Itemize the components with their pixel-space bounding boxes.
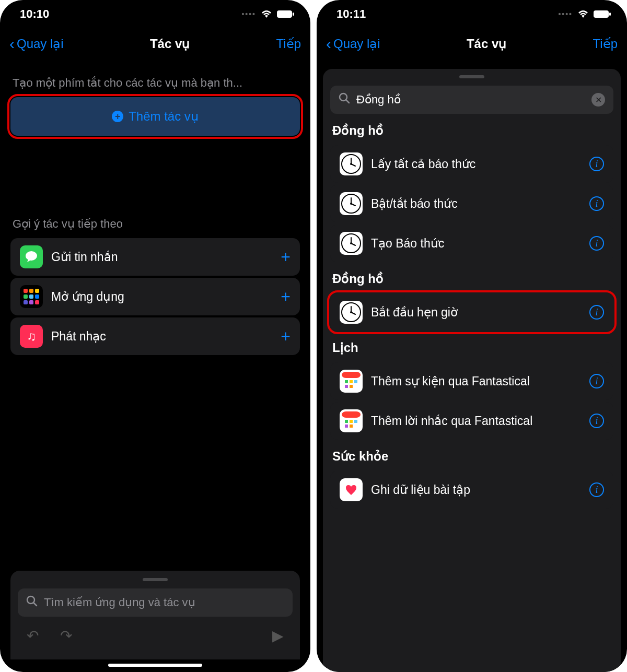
wifi-icon: [260, 9, 273, 19]
back-button[interactable]: ‹ Quay lại: [9, 36, 64, 52]
suggestions-header: Gợi ý tác vụ tiếp theo: [13, 217, 298, 231]
info-icon[interactable]: i: [589, 305, 604, 320]
info-icon[interactable]: i: [589, 374, 604, 388]
info-icon[interactable]: i: [589, 414, 604, 428]
hint-text: Tạo một phím tắt cho các tác vụ mà bạn t…: [13, 76, 298, 90]
content-area: Đồng hồ ✕ Đồng hồ Lấy tất cả báo thức i: [317, 60, 627, 672]
suggestion-row[interactable]: Mở ứng dụng +: [10, 278, 300, 315]
clock-icon: [340, 232, 363, 255]
info-icon[interactable]: i: [589, 482, 604, 497]
svg-rect-30: [345, 385, 348, 388]
svg-rect-28: [350, 380, 353, 383]
back-label: Quay lại: [17, 37, 64, 51]
search-panel: Đồng hồ ✕ Đồng hồ Lấy tất cả báo thức i: [323, 69, 621, 672]
svg-rect-38: [350, 425, 353, 428]
svg-line-8: [346, 100, 349, 103]
search-input[interactable]: Đồng hồ ✕: [330, 86, 613, 114]
next-button[interactable]: Tiếp: [593, 37, 618, 51]
svg-line-4: [33, 603, 37, 606]
undo-icon[interactable]: ↶: [21, 627, 44, 644]
next-button[interactable]: Tiếp: [276, 37, 301, 51]
health-icon: [340, 478, 363, 501]
svg-rect-27: [345, 380, 348, 383]
grabber-icon[interactable]: [143, 578, 168, 581]
fantastical-icon: [340, 409, 363, 432]
clock-icon: [340, 192, 363, 215]
section-header: Đồng hồ: [332, 272, 611, 286]
add-task-button[interactable]: + Thêm tác vụ: [10, 97, 300, 136]
status-bar: 10:10 ••••: [0, 0, 310, 28]
section-header: Đồng hồ: [332, 123, 611, 138]
svg-rect-35: [350, 420, 353, 423]
svg-rect-37: [345, 425, 348, 428]
action-row[interactable]: Ghi dữ liệu bài tập i: [330, 471, 613, 509]
action-row-start-timer[interactable]: Bắt đầu hẹn giờ i: [330, 293, 613, 331]
svg-rect-26: [342, 372, 361, 378]
action-label: Bật/tắt báo thức: [371, 197, 581, 211]
search-placeholder: Tìm kiếm ứng dụng và tác vụ: [44, 596, 284, 609]
suggestion-label: Mở ứng dụng: [51, 290, 272, 304]
suggestion-row[interactable]: Gửi tin nhắn +: [10, 238, 300, 276]
messages-icon: [20, 245, 43, 268]
svg-rect-36: [354, 420, 357, 423]
back-label: Quay lại: [333, 37, 380, 51]
add-icon[interactable]: +: [281, 287, 291, 306]
action-list: Bắt đầu hẹn giờ i: [330, 293, 613, 331]
svg-rect-33: [342, 411, 361, 418]
action-row[interactable]: Lấy tất cả báo thức i: [330, 145, 613, 183]
status-time: 10:11: [336, 7, 366, 21]
search-input[interactable]: Tìm kiếm ứng dụng và tác vụ: [18, 588, 293, 617]
info-icon[interactable]: i: [589, 196, 604, 211]
action-row[interactable]: Tạo Báo thức i: [330, 225, 613, 262]
action-list: Ghi dữ liệu bài tập i: [330, 471, 613, 509]
action-label: Tạo Báo thức: [371, 237, 581, 251]
music-icon: ♫: [20, 325, 43, 348]
action-label: Lấy tất cả báo thức: [371, 157, 581, 171]
info-icon[interactable]: i: [589, 157, 604, 171]
section-header: Sức khỏe: [332, 449, 611, 464]
action-list: Lấy tất cả báo thức i Bật/tắt báo thức i…: [330, 145, 613, 262]
status-time: 10:10: [20, 7, 49, 21]
svg-rect-34: [345, 420, 348, 423]
suggestions-list: Gửi tin nhắn + Mở ứng dụng + ♫ Phát nhạc…: [10, 238, 300, 355]
svg-point-16: [350, 203, 352, 205]
svg-rect-5: [594, 10, 609, 18]
svg-rect-1: [293, 13, 294, 16]
play-icon[interactable]: ▶: [266, 627, 289, 644]
action-list: Thêm sự kiện qua Fantastical i Thêm lời …: [330, 362, 613, 440]
action-label: Bắt đầu hẹn giờ: [371, 305, 581, 320]
back-button[interactable]: ‹ Quay lại: [326, 36, 380, 52]
suggestion-row[interactable]: ♫ Phát nhạc +: [10, 317, 300, 355]
grabber-icon[interactable]: [459, 75, 484, 78]
content-area: Tạo một phím tắt cho các tác vụ mà bạn t…: [0, 60, 310, 659]
cellular-dots-icon: ••••: [558, 10, 573, 18]
bottom-sheet: Tìm kiếm ứng dụng và tác vụ ↶ ↷ ▶: [10, 571, 300, 659]
chevron-left-icon: ‹: [9, 36, 15, 52]
action-row[interactable]: Thêm lời nhắc qua Fantastical i: [330, 402, 613, 440]
svg-point-12: [350, 163, 352, 165]
page-title: Tác vụ: [467, 37, 506, 51]
fantastical-icon: [340, 370, 363, 393]
page-title: Tác vụ: [150, 37, 190, 51]
action-row[interactable]: Thêm sự kiện qua Fantastical i: [330, 362, 613, 400]
clock-icon: [340, 301, 363, 324]
plus-circle-icon: +: [112, 111, 123, 122]
clear-icon[interactable]: ✕: [591, 93, 605, 107]
wifi-icon: [577, 9, 589, 19]
cellular-dots-icon: ••••: [241, 10, 256, 18]
svg-rect-29: [354, 380, 357, 383]
add-icon[interactable]: +: [281, 247, 291, 267]
status-bar: 10:11 ••••: [317, 0, 627, 28]
app-grid-icon: [20, 285, 43, 308]
nav-bar: ‹ Quay lại Tác vụ Tiếp: [317, 28, 627, 60]
redo-icon[interactable]: ↷: [54, 627, 77, 644]
status-icons: ••••: [241, 9, 295, 19]
clock-icon: [340, 152, 363, 175]
svg-point-20: [350, 242, 352, 244]
add-icon[interactable]: +: [281, 327, 291, 346]
action-row[interactable]: Bật/tắt báo thức i: [330, 185, 613, 222]
home-indicator[interactable]: [108, 664, 202, 667]
section-header: Lịch: [332, 340, 611, 355]
battery-icon: [277, 10, 295, 18]
info-icon[interactable]: i: [589, 236, 604, 251]
